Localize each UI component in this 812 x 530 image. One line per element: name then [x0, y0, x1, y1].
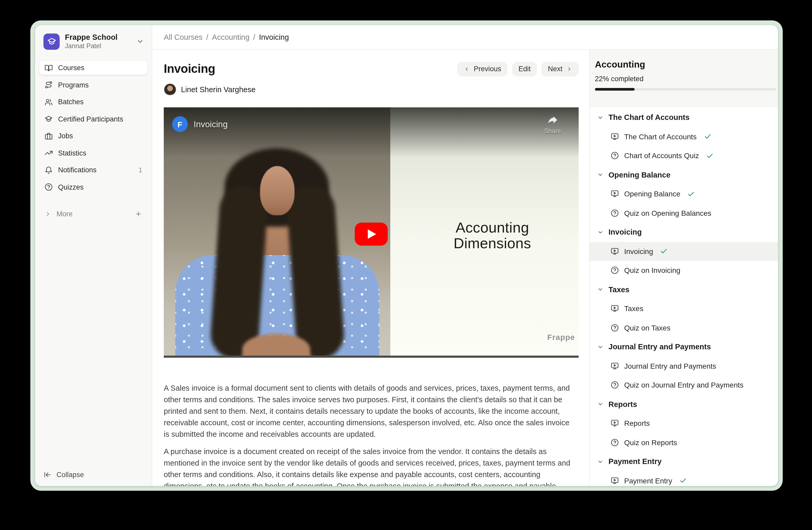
channel-avatar[interactable]: F [172, 116, 188, 132]
screen: Frappe School Jannat Patel Courses Progr… [0, 0, 812, 530]
outline-section-payment-entry[interactable]: Payment Entry [590, 452, 778, 471]
breadcrumb-all-courses[interactable]: All Courses [164, 33, 202, 41]
outline-item-quiz-on-journal-entry-and-payments[interactable]: Quiz on Journal Entry and Payments [590, 376, 778, 395]
outline-item-reports[interactable]: Reports [590, 414, 778, 433]
lesson-icon [611, 362, 619, 370]
check-icon [679, 477, 687, 485]
lesson-paragraph: A Sales invoice is a formal document sen… [164, 382, 572, 440]
sidebar-item-notifications[interactable]: Notifications 1 [39, 163, 147, 177]
lesson-content: Invoicing Previous Edit [152, 50, 589, 486]
outline-section-title: Payment Entry [608, 458, 662, 466]
outline-section-title: Invoicing [608, 228, 642, 236]
video-player[interactable]: Accounting Dimensions Frappe F Invoicing [164, 107, 579, 358]
book-open-icon [44, 64, 53, 72]
outline-item-taxes[interactable]: Taxes [590, 299, 778, 318]
video-bottom-bar [164, 355, 579, 358]
outline-item-label: Taxes [624, 305, 643, 313]
outline-item-quiz-on-invoicing[interactable]: Quiz on Invoicing [590, 261, 778, 280]
quiz-icon [611, 381, 619, 389]
outline-item-label: Opening Balance [624, 190, 680, 198]
plus-icon[interactable] [134, 210, 142, 218]
sidebar-item-label: Courses [58, 64, 85, 72]
sidebar-item-jobs[interactable]: Jobs [39, 129, 147, 143]
sidebar-item-quizzes[interactable]: Quizzes [39, 180, 147, 194]
video-title[interactable]: Invoicing [193, 119, 228, 129]
chevron-right-icon [566, 66, 572, 72]
sidebar-item-programs[interactable]: Programs [39, 78, 147, 92]
outline-item-label: Invoicing [624, 247, 653, 255]
collapse-left-icon [43, 471, 51, 479]
chevron-down-icon [597, 114, 604, 121]
progress-label: 22% completed [595, 75, 773, 83]
outline-section-title: Reports [608, 400, 637, 408]
outline-section-journal-entry-and-payments[interactable]: Journal Entry and Payments [590, 337, 778, 357]
outline-section-taxes[interactable]: Taxes [590, 280, 778, 299]
outline-item-label: The Chart of Accounts [624, 132, 697, 141]
previous-button[interactable]: Previous [458, 61, 508, 76]
outline-item-the-chart-of-accounts[interactable]: The Chart of Accounts [590, 127, 778, 146]
chevron-down-icon [597, 458, 604, 465]
outline-section-title: Taxes [608, 285, 629, 294]
sidebar-more[interactable]: More [44, 207, 142, 221]
app-window: Frappe School Jannat Patel Courses Progr… [30, 20, 783, 491]
play-button[interactable] [355, 223, 388, 246]
edit-button[interactable]: Edit [512, 61, 537, 76]
breadcrumb-separator: / [253, 33, 255, 41]
quiz-icon [611, 324, 619, 332]
chevron-down-icon [597, 171, 604, 178]
lesson-icon [611, 419, 619, 428]
progress-bar [595, 88, 777, 90]
outline-item-chart-of-accounts-quiz[interactable]: Chart of Accounts Quiz [590, 146, 778, 165]
breadcrumb: All Courses / Accounting / Invoicing [152, 25, 778, 50]
sidebar-item-label: Certified Participants [58, 115, 123, 123]
breadcrumb-course[interactable]: Accounting [212, 33, 249, 41]
check-icon [687, 190, 695, 198]
outline-section-reports[interactable]: Reports [590, 395, 778, 414]
workspace-info: Frappe School Jannat Patel [65, 33, 117, 50]
chevron-down-icon [597, 229, 604, 236]
lesson-body-text: A Sales invoice is a formal document sen… [164, 382, 572, 486]
help-circle-icon [44, 183, 53, 191]
chevron-right-icon [44, 211, 51, 217]
outline-item-quiz-on-opening-balances[interactable]: Quiz on Opening Balances [590, 204, 778, 223]
lesson-header: Invoicing Previous Edit [164, 60, 579, 78]
check-icon [704, 133, 711, 141]
quiz-icon [611, 209, 619, 217]
body-row: Invoicing Previous Edit [152, 50, 778, 486]
frappe-school-logo [43, 33, 60, 50]
sidebar-item-label: Programs [58, 81, 89, 89]
lesson-nav-actions: Previous Edit Next [458, 61, 579, 76]
outline-item-label: Journal Entry and Payments [624, 362, 716, 370]
presenter-face [260, 166, 294, 215]
outline-item-quiz-on-reports[interactable]: Quiz on Reports [590, 433, 778, 452]
outline-section-opening-balance[interactable]: Opening Balance [590, 165, 778, 184]
outline-item-journal-entry-and-payments[interactable]: Journal Entry and Payments [590, 357, 778, 376]
workspace-switcher[interactable]: Frappe School Jannat Patel [35, 25, 152, 50]
outline-item-invoicing[interactable]: Invoicing [590, 242, 778, 261]
sidebar-item-label: Batches [58, 98, 84, 106]
sidebar-collapse-button[interactable]: Collapse [35, 471, 152, 486]
frappe-watermark: Frappe [547, 333, 575, 341]
sidebar-item-statistics[interactable]: Statistics [39, 146, 147, 160]
outline-section-title: Journal Entry and Payments [608, 343, 711, 351]
share-button[interactable]: Share [538, 114, 567, 135]
outline-item-opening-balance[interactable]: Opening Balance [590, 184, 778, 204]
sidebar-item-certified-participants[interactable]: Certified Participants [39, 112, 147, 126]
chevron-down-icon [597, 286, 604, 293]
lesson-author: Linet Sherin Varghese [164, 83, 579, 96]
main-column: All Courses / Accounting / Invoicing Inv… [152, 25, 778, 486]
outline-item-label: Quiz on Invoicing [624, 266, 680, 275]
outline-item-label: Quiz on Reports [624, 438, 677, 447]
chevron-down-icon[interactable] [136, 37, 144, 45]
outline-section-the-chart-of-accounts[interactable]: The Chart of Accounts [590, 108, 778, 127]
sidebar-item-courses[interactable]: Courses [39, 61, 147, 75]
sidebar-item-batches[interactable]: Batches [39, 95, 147, 109]
next-button[interactable]: Next [541, 61, 579, 76]
outline-item-payment-entry[interactable]: Payment Entry [590, 471, 778, 486]
lesson-icon [611, 247, 619, 255]
outline-item-quiz-on-taxes[interactable]: Quiz on Taxes [590, 318, 778, 337]
breadcrumb-separator: / [206, 33, 208, 41]
progress-fill [595, 88, 635, 90]
outline-section-invoicing[interactable]: Invoicing [590, 223, 778, 242]
outline-item-label: Payment Entry [624, 477, 672, 485]
